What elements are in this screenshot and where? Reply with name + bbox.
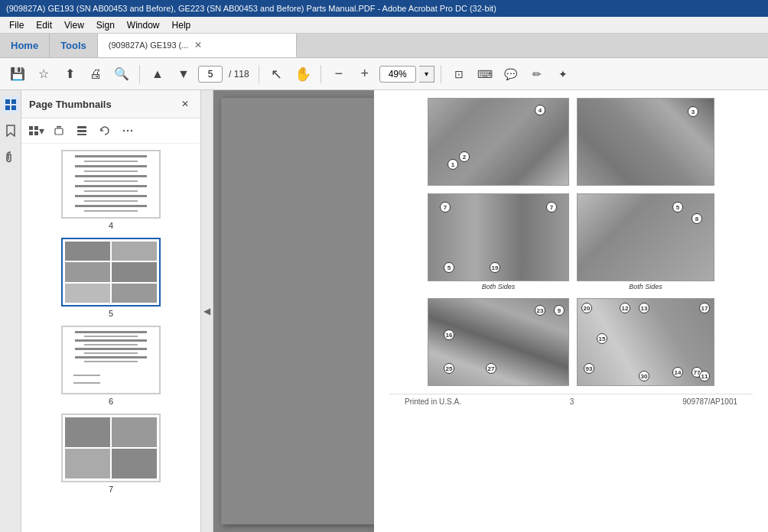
thumbnail-5[interactable]: 5 (61, 238, 161, 318)
num-7a: 7 (440, 202, 451, 212)
svg-point-15 (131, 130, 132, 131)
footer-right: 909787/AP1001 (682, 397, 737, 406)
image-6-container: 20 12 13 17 15 93 14 77 11 30 (577, 298, 714, 386)
svg-rect-7 (34, 131, 38, 135)
svg-rect-2 (5, 105, 10, 110)
svg-rect-12 (77, 134, 86, 135)
image-mid-right: 5 8 (577, 193, 714, 281)
bookmarks-icon[interactable] (2, 122, 19, 139)
zoom-out-button[interactable]: − (327, 63, 350, 86)
attachments-icon[interactable] (2, 148, 19, 165)
num-5b: 5 (672, 202, 683, 212)
prev-page-button[interactable]: ▲ (146, 63, 169, 86)
menu-sign[interactable]: Sign (90, 18, 121, 32)
num-5a: 5 (444, 262, 454, 273)
thumbnail-4[interactable]: 4 (61, 150, 161, 230)
num-16: 16 (444, 329, 454, 340)
pdf-area: 4 2 1 3 (213, 90, 768, 532)
separator-2 (259, 65, 259, 83)
hand-tool-button[interactable]: ✋ (291, 63, 314, 86)
search-button[interactable]: 🔍 (110, 63, 133, 86)
thumbnails-area: 4 5 (21, 144, 200, 532)
num-19: 19 (490, 262, 500, 273)
image-mid-left: 7 7 5 19 (428, 193, 569, 281)
next-page-button[interactable]: ▼ (172, 63, 195, 86)
svg-point-14 (127, 130, 129, 131)
cursor-tool-button[interactable]: ↖ (265, 63, 288, 86)
image-5-container: 23 9 16 25 27 (428, 298, 569, 386)
footer-left: Printed in U.S.A. (405, 397, 461, 406)
svg-rect-11 (77, 130, 86, 132)
zoom-dropdown-button[interactable]: ▾ (419, 66, 434, 83)
tab-home[interactable]: Home (0, 34, 50, 57)
num-2: 2 (459, 151, 470, 162)
separator-1 (139, 65, 140, 83)
close-sidebar-button[interactable]: ✕ (177, 96, 193, 112)
pdf-images-grid: 4 2 1 3 (374, 90, 768, 532)
zoom-in-button[interactable]: + (353, 63, 376, 86)
tab-close-button[interactable]: ✕ (194, 40, 202, 50)
svg-rect-4 (29, 126, 33, 130)
thumbnail-6-label: 6 (109, 397, 113, 406)
page-number-input[interactable] (198, 66, 223, 83)
image-1-container: 4 2 1 (428, 98, 569, 186)
sidebar-layout-button[interactable] (72, 122, 92, 140)
num-93: 93 (584, 363, 594, 374)
separator-3 (321, 65, 321, 83)
image-4-container: 5 8 Both Sides (577, 193, 714, 290)
num-17: 17 (699, 303, 710, 313)
sidebar-rotate-button[interactable] (95, 122, 115, 140)
menu-help[interactable]: Help (166, 18, 197, 32)
more-tools-button[interactable]: ✦ (552, 63, 574, 86)
footer-center: 3 (570, 397, 574, 406)
tab-document[interactable]: (909827A) GE193 (... ✕ (98, 34, 297, 57)
image-top-left: 4 2 1 (428, 98, 569, 186)
menu-edit[interactable]: Edit (30, 18, 58, 32)
sidebar-panel: Page Thumbnails ✕ ▾ (21, 90, 201, 532)
menu-file[interactable]: File (3, 18, 30, 32)
num-1: 1 (447, 159, 458, 170)
tab-tools[interactable]: Tools (50, 34, 98, 57)
num-9: 9 (554, 305, 565, 316)
thumbnail-7[interactable]: 7 (61, 414, 161, 494)
pdf-footer: Printed in U.S.A. 3 909787/AP1001 (389, 394, 753, 409)
share-button[interactable]: ⬆ (58, 63, 81, 86)
thumbnail-7-label: 7 (109, 485, 113, 494)
num-23: 23 (535, 305, 545, 316)
both-sides-label-2: Both Sides (577, 283, 714, 290)
collapse-sidebar-button[interactable]: ◀ (201, 90, 213, 532)
num-8: 8 (692, 213, 702, 224)
thumbnail-6[interactable]: 6 (61, 326, 161, 406)
svg-rect-6 (29, 131, 33, 135)
svg-point-13 (123, 130, 125, 131)
thumbnail-6-image (61, 326, 161, 394)
num-27: 27 (486, 363, 496, 374)
thumbnail-4-label: 4 (109, 221, 113, 230)
image-row-3: 23 9 16 25 27 20 12 (389, 298, 753, 386)
save-button[interactable]: 💾 (6, 63, 29, 86)
num-25: 25 (444, 363, 454, 374)
num-30: 30 (639, 371, 649, 381)
sidebar-delete-button[interactable] (49, 122, 69, 140)
text-select-button[interactable]: ⌨ (473, 63, 496, 86)
num-4: 4 (535, 105, 545, 115)
zoom-input[interactable] (379, 66, 416, 83)
sidebar-more-button[interactable] (118, 122, 138, 140)
draw-button[interactable]: ✏ (526, 63, 548, 86)
menu-view[interactable]: View (58, 18, 90, 32)
menu-window[interactable]: Window (121, 18, 166, 32)
num-13: 13 (639, 303, 649, 313)
comment-button[interactable]: 💬 (500, 63, 522, 86)
print-button[interactable]: 🖨 (84, 63, 107, 86)
num-3: 3 (688, 106, 698, 117)
thumbnails-icon[interactable] (2, 96, 19, 113)
svg-rect-10 (77, 126, 86, 128)
menu-bar: File Edit View Sign Window Help (0, 17, 768, 34)
bookmark-button[interactable]: ☆ (32, 63, 55, 86)
sidebar-header: Page Thumbnails ✕ (21, 90, 200, 118)
fit-page-button[interactable]: ⊡ (447, 63, 470, 86)
sidebar-grid-button[interactable]: ▾ (26, 122, 46, 140)
pdf-page-left (221, 98, 374, 524)
title-bar-text: (909827A) GE193 (SN AB00453 and Before),… (6, 4, 496, 13)
sidebar-toolbar: ▾ (21, 118, 200, 144)
